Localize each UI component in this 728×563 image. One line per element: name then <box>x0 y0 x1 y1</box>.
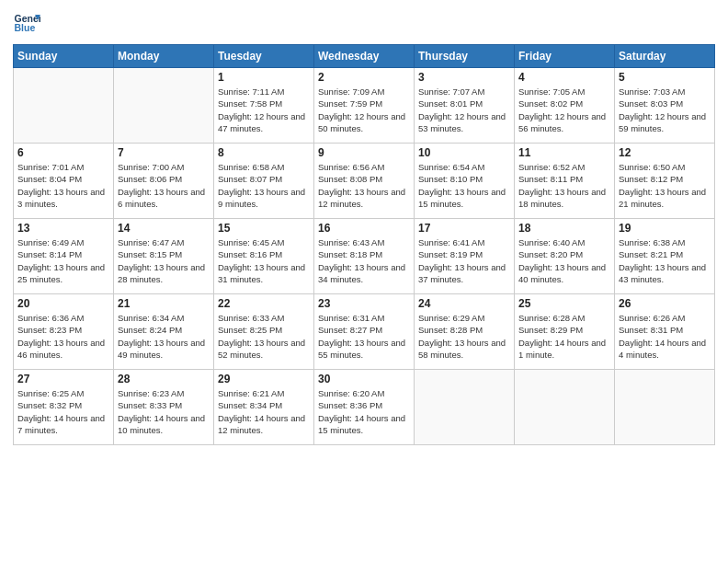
day-number: 4 <box>518 71 610 84</box>
week-row-1: 6Sunrise: 7:01 AMSunset: 8:04 PMDaylight… <box>14 144 715 219</box>
day-info: Sunrise: 6:54 AMSunset: 8:10 PMDaylight:… <box>418 161 510 210</box>
calendar-cell: 18Sunrise: 6:40 AMSunset: 8:20 PMDayligh… <box>515 219 615 294</box>
day-number: 9 <box>318 146 410 159</box>
calendar-cell: 15Sunrise: 6:45 AMSunset: 8:16 PMDayligh… <box>214 219 314 294</box>
day-number: 28 <box>118 373 210 385</box>
day-number: 12 <box>619 146 711 159</box>
calendar-cell: 13Sunrise: 6:49 AMSunset: 8:14 PMDayligh… <box>14 219 114 294</box>
calendar-cell: 12Sunrise: 6:50 AMSunset: 8:12 PMDayligh… <box>615 144 715 219</box>
calendar-cell: 10Sunrise: 6:54 AMSunset: 8:10 PMDayligh… <box>415 144 515 219</box>
day-info: Sunrise: 6:50 AMSunset: 8:12 PMDaylight:… <box>619 161 711 210</box>
calendar-cell: 19Sunrise: 6:38 AMSunset: 8:21 PMDayligh… <box>615 219 715 294</box>
day-number: 7 <box>118 146 210 159</box>
day-number: 24 <box>418 297 510 310</box>
weekday-header-monday: Monday <box>114 45 214 68</box>
day-info: Sunrise: 6:36 AMSunset: 8:23 PMDaylight:… <box>17 312 109 361</box>
day-info: Sunrise: 6:34 AMSunset: 8:24 PMDaylight:… <box>118 312 210 361</box>
calendar-cell: 20Sunrise: 6:36 AMSunset: 8:23 PMDayligh… <box>14 294 114 370</box>
calendar-cell: 14Sunrise: 6:47 AMSunset: 8:15 PMDayligh… <box>114 219 214 294</box>
calendar-cell: 11Sunrise: 6:52 AMSunset: 8:11 PMDayligh… <box>515 144 615 219</box>
header: General Blue <box>13 9 715 37</box>
calendar-cell <box>114 68 214 144</box>
day-number: 2 <box>318 71 410 84</box>
calendar-cell: 30Sunrise: 6:20 AMSunset: 8:36 PMDayligh… <box>314 370 415 445</box>
day-info: Sunrise: 7:11 AMSunset: 7:58 PMDaylight:… <box>218 86 310 134</box>
day-number: 29 <box>218 373 310 385</box>
day-info: Sunrise: 6:38 AMSunset: 8:21 PMDaylight:… <box>619 236 711 285</box>
day-info: Sunrise: 6:21 AMSunset: 8:34 PMDaylight:… <box>218 387 310 436</box>
calendar-cell: 1Sunrise: 7:11 AMSunset: 7:58 PMDaylight… <box>214 68 314 144</box>
week-row-4: 27Sunrise: 6:25 AMSunset: 8:32 PMDayligh… <box>14 370 715 445</box>
calendar-cell <box>14 68 114 144</box>
day-number: 6 <box>17 146 109 159</box>
calendar-cell: 23Sunrise: 6:31 AMSunset: 8:27 PMDayligh… <box>314 294 415 370</box>
calendar-cell <box>515 370 615 445</box>
week-row-2: 13Sunrise: 6:49 AMSunset: 8:14 PMDayligh… <box>14 219 715 294</box>
day-number: 25 <box>518 297 610 310</box>
day-number: 5 <box>619 71 711 84</box>
day-number: 21 <box>118 297 210 310</box>
calendar-cell: 4Sunrise: 7:05 AMSunset: 8:02 PMDaylight… <box>515 68 615 144</box>
calendar-cell <box>415 370 515 445</box>
calendar-cell: 7Sunrise: 7:00 AMSunset: 8:06 PMDaylight… <box>114 144 214 219</box>
day-number: 1 <box>218 71 310 84</box>
day-number: 19 <box>619 222 711 235</box>
calendar-cell: 2Sunrise: 7:09 AMSunset: 7:59 PMDaylight… <box>314 68 415 144</box>
weekday-header-sunday: Sunday <box>14 45 114 68</box>
day-number: 14 <box>118 222 210 235</box>
calendar-cell <box>615 370 715 445</box>
calendar-table: SundayMondayTuesdayWednesdayThursdayFrid… <box>13 44 715 445</box>
calendar-cell: 21Sunrise: 6:34 AMSunset: 8:24 PMDayligh… <box>114 294 214 370</box>
day-number: 17 <box>418 222 510 235</box>
day-info: Sunrise: 7:07 AMSunset: 8:01 PMDaylight:… <box>418 86 510 134</box>
week-row-0: 1Sunrise: 7:11 AMSunset: 7:58 PMDaylight… <box>14 68 715 144</box>
day-info: Sunrise: 6:31 AMSunset: 8:27 PMDaylight:… <box>318 312 410 361</box>
day-info: Sunrise: 6:26 AMSunset: 8:31 PMDaylight:… <box>619 312 711 361</box>
calendar-cell: 28Sunrise: 6:23 AMSunset: 8:33 PMDayligh… <box>114 370 214 445</box>
day-info: Sunrise: 6:58 AMSunset: 8:07 PMDaylight:… <box>218 161 310 210</box>
day-number: 23 <box>318 297 410 310</box>
day-info: Sunrise: 7:09 AMSunset: 7:59 PMDaylight:… <box>318 86 410 134</box>
calendar-cell: 27Sunrise: 6:25 AMSunset: 8:32 PMDayligh… <box>14 370 114 445</box>
day-info: Sunrise: 7:00 AMSunset: 8:06 PMDaylight:… <box>118 161 210 210</box>
calendar-cell: 5Sunrise: 7:03 AMSunset: 8:03 PMDaylight… <box>615 68 715 144</box>
day-number: 20 <box>17 297 109 310</box>
svg-text:Blue: Blue <box>15 22 36 33</box>
day-info: Sunrise: 6:43 AMSunset: 8:18 PMDaylight:… <box>318 236 410 285</box>
day-number: 18 <box>518 222 610 235</box>
day-info: Sunrise: 6:47 AMSunset: 8:15 PMDaylight:… <box>118 236 210 285</box>
weekday-header-saturday: Saturday <box>615 45 715 68</box>
day-number: 11 <box>518 146 610 159</box>
day-info: Sunrise: 6:29 AMSunset: 8:28 PMDaylight:… <box>418 312 510 361</box>
calendar-cell: 26Sunrise: 6:26 AMSunset: 8:31 PMDayligh… <box>615 294 715 370</box>
page-container: General Blue SundayMondayTuesdayWednesda… <box>0 0 728 563</box>
weekday-header-thursday: Thursday <box>415 45 515 68</box>
calendar-cell: 25Sunrise: 6:28 AMSunset: 8:29 PMDayligh… <box>515 294 615 370</box>
weekday-header-tuesday: Tuesday <box>214 45 314 68</box>
day-number: 26 <box>619 297 711 310</box>
day-number: 15 <box>218 222 310 235</box>
day-info: Sunrise: 6:23 AMSunset: 8:33 PMDaylight:… <box>118 387 210 436</box>
day-number: 16 <box>318 222 410 235</box>
calendar-cell: 8Sunrise: 6:58 AMSunset: 8:07 PMDaylight… <box>214 144 314 219</box>
logo-icon: General Blue <box>13 9 40 37</box>
day-info: Sunrise: 6:45 AMSunset: 8:16 PMDaylight:… <box>218 236 310 285</box>
calendar-cell: 24Sunrise: 6:29 AMSunset: 8:28 PMDayligh… <box>415 294 515 370</box>
day-info: Sunrise: 6:52 AMSunset: 8:11 PMDaylight:… <box>518 161 610 210</box>
day-info: Sunrise: 7:05 AMSunset: 8:02 PMDaylight:… <box>518 86 610 134</box>
calendar-cell: 9Sunrise: 6:56 AMSunset: 8:08 PMDaylight… <box>314 144 415 219</box>
calendar-cell: 16Sunrise: 6:43 AMSunset: 8:18 PMDayligh… <box>314 219 415 294</box>
calendar-cell: 22Sunrise: 6:33 AMSunset: 8:25 PMDayligh… <box>214 294 314 370</box>
day-number: 10 <box>418 146 510 159</box>
day-info: Sunrise: 7:03 AMSunset: 8:03 PMDaylight:… <box>619 86 711 134</box>
day-number: 8 <box>218 146 310 159</box>
day-info: Sunrise: 7:01 AMSunset: 8:04 PMDaylight:… <box>17 161 109 210</box>
weekday-header-friday: Friday <box>515 45 615 68</box>
calendar-cell: 6Sunrise: 7:01 AMSunset: 8:04 PMDaylight… <box>14 144 114 219</box>
day-number: 30 <box>318 373 410 385</box>
day-info: Sunrise: 6:28 AMSunset: 8:29 PMDaylight:… <box>518 312 610 361</box>
weekday-header-row: SundayMondayTuesdayWednesdayThursdayFrid… <box>14 45 715 68</box>
day-number: 13 <box>17 222 109 235</box>
week-row-3: 20Sunrise: 6:36 AMSunset: 8:23 PMDayligh… <box>14 294 715 370</box>
calendar-cell: 17Sunrise: 6:41 AMSunset: 8:19 PMDayligh… <box>415 219 515 294</box>
